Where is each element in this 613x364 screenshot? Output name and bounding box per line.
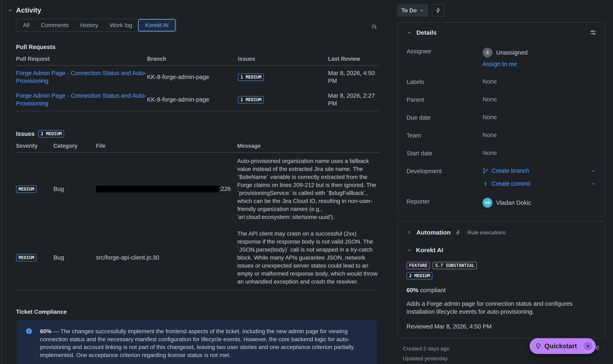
parent-value[interactable]: None — [483, 96, 596, 103]
team-label: Team — [407, 132, 483, 139]
chevron-down-icon — [407, 30, 412, 35]
avatar — [483, 48, 492, 57]
quickstart-button[interactable]: Quickstart — [530, 338, 596, 354]
field-reporter: Reporter VD Vladan Dokic — [407, 198, 596, 208]
issue-file: :226 — [96, 185, 237, 193]
reporter-value[interactable]: VD Vladan Dokic — [483, 198, 596, 208]
korekt-description: Adds a Forge admin page for connection s… — [407, 300, 587, 316]
severity-badge: MEDIUM — [16, 185, 37, 193]
issue-category: Bug — [54, 254, 96, 261]
tab-work-log[interactable]: Work log — [104, 19, 138, 31]
avatar: VD — [483, 198, 492, 208]
chevron-down-icon[interactable] — [591, 181, 596, 186]
field-team: Team None — [407, 132, 596, 139]
create-commit-label: Create commit — [491, 180, 531, 187]
create-branch-button[interactable]: Create branch — [483, 168, 596, 174]
table-row: Forge Admin Page - Connection Status and… — [16, 88, 380, 111]
labels-label: Labels — [407, 78, 483, 85]
sort-icon[interactable] — [371, 24, 378, 30]
chevron-down-icon[interactable] — [7, 7, 13, 13]
pull-request-link[interactable]: Forge Admin Page - Connection Status and… — [16, 70, 147, 84]
status-row: To Do — [397, 4, 605, 17]
chevron-right-icon — [407, 230, 412, 235]
assign-to-me-link[interactable]: Assign to me — [483, 61, 596, 67]
branch-name: KK-8-forge-admin-page — [147, 74, 238, 80]
reporter-label: Reporter — [407, 198, 483, 205]
create-branch-label: Create branch — [491, 168, 529, 174]
column-header-pull-request: Pull Request — [16, 56, 147, 62]
bolt-icon — [455, 230, 461, 235]
korekt-ai-header[interactable]: Korekt AI — [407, 247, 596, 254]
status-dropdown[interactable]: To Do — [397, 4, 428, 17]
automation-bolt-button[interactable] — [432, 4, 445, 17]
activity-panel: Activity All Comments History Work log K… — [16, 0, 380, 364]
due-date-label: Due date — [407, 114, 483, 121]
rule-executions-link[interactable]: Rule executions — [468, 229, 505, 236]
labels-value[interactable]: None — [483, 78, 596, 85]
activity-tabs: All Comments History Work log Korekt AI — [16, 19, 177, 32]
activity-title: Activity — [16, 6, 41, 14]
assignee-name: Unassigned — [496, 49, 528, 56]
close-icon[interactable] — [583, 341, 593, 351]
lightbulb-icon — [535, 343, 542, 350]
left-divider — [1, 0, 2, 364]
issues-heading-row: Issues 2 MEDIUM — [16, 130, 380, 137]
issue-message: The API client may crash on a successful… — [237, 225, 380, 290]
field-due-date: Due date None — [407, 114, 596, 121]
chevron-down-icon — [407, 247, 412, 253]
tab-korekt-ai[interactable]: Korekt AI — [138, 19, 176, 31]
details-settings-icon[interactable] — [590, 29, 596, 36]
automation-header[interactable]: Automation Rule executions — [407, 222, 596, 236]
table-row: MEDIUM Bug src/forge-api-client.js:30 Th… — [16, 225, 380, 290]
issue-category: Bug — [54, 186, 96, 193]
branch-name: KK-8-forge-admin-page — [147, 96, 238, 103]
issue-message: Auto-provisioned organization name uses … — [237, 153, 380, 225]
column-header-category: Category — [54, 143, 96, 149]
column-header-branch: Branch — [147, 56, 238, 62]
tab-history[interactable]: History — [75, 19, 104, 31]
compliant-percent: 60% — [407, 287, 419, 293]
info-icon: i — [26, 328, 32, 334]
pull-request-link[interactable]: Forge Admin Page - Connection Status and… — [16, 92, 147, 107]
field-development: Development Create branch — [407, 168, 596, 187]
issues-heading: Issues — [16, 130, 35, 137]
column-header-issues: Issues — [238, 56, 328, 62]
due-date-value[interactable]: None — [483, 114, 596, 121]
chevron-down-icon[interactable] — [591, 169, 596, 173]
column-header-severity: Severity — [16, 143, 54, 149]
assignee-value[interactable]: Unassigned — [483, 48, 596, 57]
last-review-date: Mar 8, 2026, 4:50 PM — [328, 69, 380, 85]
create-commit-button[interactable]: Create commit — [483, 180, 596, 187]
details-fields: Assignee Unassigned Assign to me Labels … — [407, 48, 596, 208]
status-label: To Do — [401, 7, 417, 14]
issue-sidebar: To Do Details Assignee — [398, 0, 605, 362]
issues-count-badge: 1 MEDIUM — [238, 96, 264, 104]
quickstart-label: Quickstart — [545, 342, 577, 350]
assignee-label: Assignee — [407, 48, 483, 55]
tab-all[interactable]: All — [17, 19, 35, 31]
substantial-badge: 5.7 SUBSTANTIAL — [433, 262, 477, 269]
team-value[interactable]: None — [483, 132, 596, 139]
issues-table-header: Severity Category File Message — [16, 143, 380, 153]
git-commit-icon — [483, 181, 488, 187]
details-header[interactable]: Details — [407, 23, 596, 36]
field-labels: Labels None — [407, 78, 596, 85]
field-start-date: Start date None — [407, 150, 596, 157]
reporter-name: Vladan Dokic — [496, 199, 531, 206]
medium-count-badge: 2 MEDIUM — [407, 272, 432, 279]
chevron-down-icon — [420, 8, 424, 13]
last-review-date: Mar 8, 2026, 2:27 PM — [328, 92, 380, 107]
issue-file: src/forge-api-client.js:30 — [96, 254, 237, 261]
pull-requests-table-header: Pull Request Branch Issues Last Review — [16, 56, 380, 66]
file-line-suffix: :226 — [219, 185, 231, 192]
tab-comments[interactable]: Comments — [35, 19, 74, 31]
automation-card: Automation Rule executions Korekt AI FEA… — [398, 221, 605, 338]
ticket-compliance-panel: i 60% — The changes successfully impleme… — [17, 320, 377, 364]
column-header-file: File — [96, 143, 237, 149]
field-assignee: Assignee Unassigned Assign to me — [407, 48, 596, 67]
start-date-value[interactable]: None — [483, 150, 596, 156]
korekt-badges: FEATURE 5.7 SUBSTANTIAL 2 MEDIUM — [407, 262, 596, 279]
column-header-message: Message — [237, 143, 380, 149]
git-branch-icon — [483, 168, 488, 174]
severity-badge: MEDIUM — [16, 254, 37, 261]
